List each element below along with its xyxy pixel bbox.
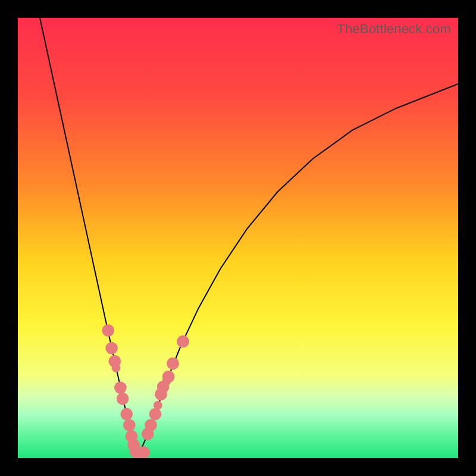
marker-dot [105, 342, 118, 355]
plot-area: TheBottleneck.com [18, 18, 458, 458]
marker-dot [145, 419, 157, 431]
marker-dot [154, 401, 162, 410]
marker-dots-group [102, 324, 189, 458]
marker-dot [102, 324, 114, 337]
marker-dot [167, 358, 179, 370]
chart-svg [18, 18, 458, 458]
marker-dot [177, 336, 189, 348]
marker-dot [120, 408, 133, 421]
marker-dot [149, 408, 162, 421]
curve-right-branch [137, 84, 458, 456]
marker-dot [137, 446, 150, 458]
marker-dot [112, 364, 121, 372]
marker-dot [114, 381, 127, 394]
marker-dot [117, 393, 129, 405]
marker-dot [123, 419, 136, 431]
chart-frame: TheBottleneck.com [0, 0, 476, 476]
marker-dot [162, 371, 175, 383]
